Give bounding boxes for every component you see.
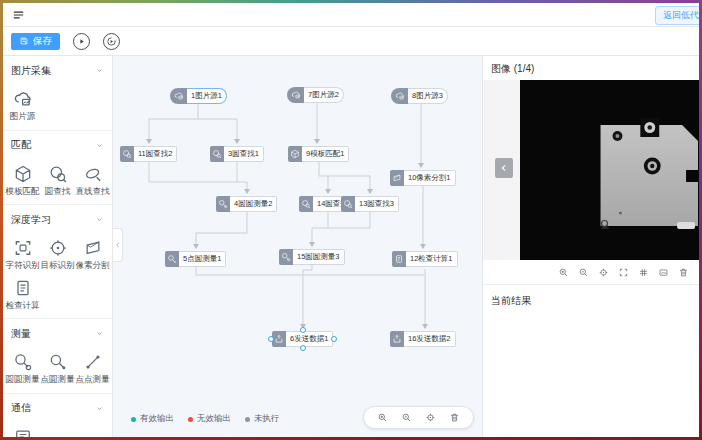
tool-item-label: 直线查找: [76, 187, 110, 196]
fullscreen-icon[interactable]: [618, 267, 629, 278]
result-panel-title: 当前结果: [483, 285, 699, 317]
run-continuous-button[interactable]: [103, 33, 120, 50]
node-port[interactable]: [300, 327, 306, 333]
image-toolbar: [483, 260, 699, 284]
comm-icon: [13, 427, 33, 438]
flow-node[interactable]: 3圆查找1: [210, 146, 264, 162]
ocr-icon: [13, 238, 33, 258]
tool-item-label: 点点测量: [76, 375, 110, 384]
node-port[interactable]: [268, 336, 274, 342]
zoom-out-icon[interactable]: [578, 267, 589, 278]
status-legend: 有效输出无效输出未执行: [131, 413, 280, 425]
prev-image-button[interactable]: [495, 158, 513, 178]
return-lowcode-button[interactable]: 返回低代: [655, 6, 702, 25]
cube-icon: [288, 146, 302, 162]
tool-item-comm[interactable]: [13, 427, 33, 438]
sidebar-section: 通信: [3, 394, 112, 438]
main-toolbar: 保存: [3, 27, 699, 56]
tool-item-measure-point-point[interactable]: 点点测量: [76, 352, 110, 384]
section-items: [3, 427, 112, 438]
tool-item-cube[interactable]: 模板匹配: [6, 164, 40, 196]
section-header[interactable]: 测量: [3, 326, 112, 341]
section-header[interactable]: 匹配: [3, 138, 112, 153]
sidebar-section: 图片采集 图片源: [3, 56, 112, 131]
flow-node[interactable]: 11圆查找2: [120, 146, 177, 162]
node-port[interactable]: [331, 336, 337, 342]
section-title: 测量: [11, 327, 31, 341]
flow-node[interactable]: 5点圆测量1: [165, 251, 226, 267]
circle-find-icon: [120, 146, 134, 162]
sidebar-section: 匹配 模板匹配 圆查找 直线查找: [3, 131, 112, 206]
tool-item-line-find[interactable]: 直线查找: [76, 164, 110, 196]
node-port[interactable]: [300, 345, 306, 351]
flow-node[interactable]: 12检查计算1: [392, 251, 458, 267]
cloud-image-icon: [13, 89, 33, 109]
doc-calc-icon: [392, 251, 406, 267]
tool-item-segment[interactable]: 像素分割: [76, 238, 110, 270]
menu-icon[interactable]: [11, 8, 26, 22]
flow-node[interactable]: 15圆圆测量3: [279, 249, 345, 265]
section-header[interactable]: 通信: [3, 401, 112, 416]
sidebar-section: 深度学习 字符识别 目标识别 像素分割 检查计算: [3, 205, 112, 319]
crosshair-icon[interactable]: [598, 267, 609, 278]
section-header[interactable]: 图片采集: [3, 63, 112, 78]
flow-canvas[interactable]: 有效输出无效输出未执行 1图片源1 7图片源2 8图片源3 11圆查找2 3圆查…: [113, 56, 482, 437]
flow-node[interactable]: 1图片源1: [170, 88, 227, 104]
section-header[interactable]: 深度学习: [3, 212, 112, 227]
measure-point-circle-icon: [165, 251, 179, 267]
chevron-left-icon: [114, 241, 122, 249]
flow-node[interactable]: 9模板匹配1: [288, 146, 349, 162]
legend-item: 有效输出: [131, 413, 174, 425]
run-once-button[interactable]: [73, 33, 90, 50]
flow-node[interactable]: 10像素分割1: [390, 170, 456, 186]
send-icon: [390, 331, 404, 347]
measure-point-circle-icon: [48, 352, 68, 372]
cube-icon: [13, 164, 33, 184]
tool-item-cloud-image[interactable]: 图片源: [10, 89, 36, 121]
flow-edges: [113, 56, 482, 437]
flow-node-label: 13圆查找3: [355, 196, 399, 212]
circle-find-icon: [48, 164, 68, 184]
segment-icon: [83, 238, 103, 258]
play-loop-icon: [106, 36, 117, 47]
tool-item-label: 模板匹配: [6, 187, 40, 196]
section-items: 字符识别 目标识别 像素分割 检查计算: [3, 238, 112, 309]
flow-node-label: 4圆圆测量2: [230, 196, 277, 212]
result-panel-body: [483, 317, 699, 437]
flow-node[interactable]: 8图片源3: [391, 88, 448, 104]
trash-icon[interactable]: [678, 267, 689, 278]
canvas-zoom-toolbar: [363, 406, 474, 429]
flow-node[interactable]: 13圆查找3: [341, 196, 399, 212]
flow-node-label: 9模板匹配1: [302, 146, 349, 162]
flow-node[interactable]: 7图片源2: [287, 87, 344, 103]
tool-item-ocr[interactable]: 字符识别: [6, 238, 40, 270]
zoom-in-icon[interactable]: [377, 412, 388, 423]
tool-item-label: 目标识别: [41, 261, 75, 270]
tool-item-target[interactable]: 目标识别: [41, 238, 75, 270]
flow-node[interactable]: 16发送数据2: [390, 331, 456, 347]
tool-item-label: 圆圆测量: [6, 375, 40, 384]
grid-icon[interactable]: [638, 267, 649, 278]
measure-circle-icon: [216, 196, 230, 212]
trash-icon[interactable]: [449, 412, 460, 423]
tool-item-measure-circle[interactable]: 圆圆测量: [6, 352, 40, 384]
cloud-image-icon: [170, 88, 187, 104]
save-icon: [19, 36, 29, 46]
chevron-down-icon: [95, 141, 104, 150]
app-body: 图片采集 图片源 匹配 模板匹配 圆查找 直线查找 深度学习 字符识别: [3, 56, 699, 437]
save-button[interactable]: 保存: [11, 33, 60, 50]
send-icon: [272, 331, 286, 347]
tool-item-measure-point-circle[interactable]: 点圆测量: [41, 352, 75, 384]
frame-icon[interactable]: [658, 267, 669, 278]
tool-item-doc-calc[interactable]: 检查计算: [6, 278, 40, 310]
tool-item-circle-find[interactable]: 圆查找: [45, 164, 71, 196]
flow-node[interactable]: 6发送数据1: [272, 331, 333, 347]
section-title: 通信: [11, 401, 31, 415]
tool-item-label: 点圆测量: [41, 375, 75, 384]
target-icon: [48, 238, 68, 258]
crosshair-icon[interactable]: [425, 412, 436, 423]
flow-node[interactable]: 4圆圆测量2: [216, 196, 277, 212]
zoom-out-icon[interactable]: [401, 412, 412, 423]
zoom-in-icon[interactable]: [558, 267, 569, 278]
sidebar-collapse-handle[interactable]: [113, 228, 123, 262]
